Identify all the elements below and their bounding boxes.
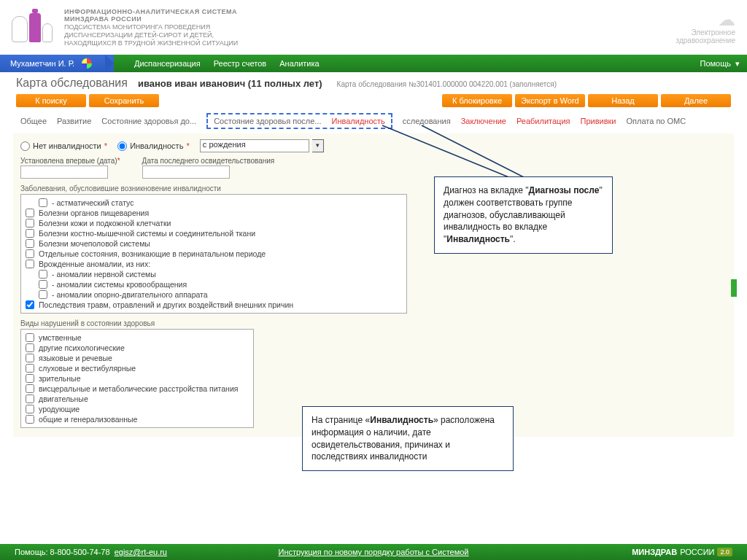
header-line4: ДИСПАНСЕРИЗАЦИИ ДЕТЕЙ-СИРОТ И ДЕТЕЙ, [64, 31, 214, 39]
co1-t3: ". [510, 234, 516, 244]
diseases-box: - астматический статусБолезни органов пи… [20, 194, 407, 314]
disease-checkbox[interactable] [39, 270, 47, 279]
violation-item[interactable]: языковые и речевые [26, 353, 249, 363]
export-button[interactable]: Экспорт в Word [515, 94, 585, 107]
violations-section-label: Виды нарушений в состоянии здоровья [20, 319, 727, 327]
header-line1: ИНФОРМАЦИОННО-АНАЛИТИЧЕСКАЯ СИСТЕМА [64, 8, 237, 15]
violation-item[interactable]: уродующие [26, 404, 249, 414]
disease-item[interactable]: Болезни мочеполовой системы [26, 238, 402, 249]
violation-item[interactable]: другие психологические [26, 343, 249, 353]
disease-item[interactable]: Врожденные аномалии, из них: [26, 259, 402, 269]
disease-item[interactable]: Последствия травм, отравлений и других в… [26, 300, 402, 310]
since-select[interactable]: с рождения [200, 139, 309, 152]
back-button[interactable]: Назад [588, 94, 658, 107]
nav-dispanserization[interactable]: Диспансеризация [134, 59, 201, 68]
disease-label: Болезни кожи и подкожной клетчатки [39, 219, 171, 228]
nav-registry[interactable]: Реестр счетов [214, 59, 267, 68]
tab-disability[interactable]: Инвалидность [332, 117, 385, 125]
disease-label: - аномалии опорно-двигательного аппарата [52, 290, 208, 299]
violation-label: другие психологические [39, 343, 125, 352]
violation-label: языковые и речевые [39, 354, 112, 362]
action-buttons: К поиску Сохранить К блокировке Экспорт … [0, 93, 747, 110]
user-name: Мухаметчин И. Р. [10, 59, 74, 68]
tab-research[interactable]: сследования [403, 117, 451, 125]
violation-label: слуховые и вестибулярные [39, 364, 136, 373]
diseases-section-label: Заболевания, обусловившие возникновение … [20, 184, 727, 192]
tab-health-after[interactable]: Состояние здоровья после... [214, 117, 321, 125]
footer-instruction[interactable]: Инструкция по новому порядку работы с Си… [278, 548, 468, 556]
violation-checkbox[interactable] [26, 394, 34, 403]
next-button[interactable]: Далее [661, 94, 731, 107]
violation-item[interactable]: общие и генерализованные [26, 414, 249, 424]
disease-item[interactable]: - астматический статус [26, 198, 402, 208]
disease-label: Отдельные состояния, возникающие в перин… [39, 249, 266, 258]
search-button[interactable]: К поиску [16, 94, 86, 107]
tab-rehab[interactable]: Реабилитация [516, 117, 570, 125]
disease-item[interactable]: Отдельные состояния, возникающие в перин… [26, 249, 402, 259]
dropdown-icon[interactable]: ▾ [312, 139, 324, 152]
save-button[interactable]: Сохранить [89, 94, 159, 107]
patient-name: иванов иван иванович (11 полных лет) [138, 78, 322, 89]
violation-checkbox[interactable] [26, 374, 34, 383]
disease-checkbox[interactable] [26, 249, 34, 258]
violation-checkbox[interactable] [26, 415, 34, 424]
highlighted-tabs: Состояние здоровья после... Инвалидность [206, 113, 392, 129]
user-icon [82, 58, 92, 69]
disease-item[interactable]: Болезни кожи и подкожной клетчатки [26, 218, 402, 228]
tab-health-before[interactable]: Состояние здоровья до... [101, 117, 196, 125]
radio-disability[interactable] [117, 141, 127, 151]
violation-item[interactable]: висцеральные и метаболические расстройст… [26, 384, 249, 394]
violation-item[interactable]: умственные [26, 332, 249, 343]
disease-checkbox[interactable] [26, 219, 34, 228]
page-title: Карта обследования [16, 77, 128, 90]
date-last-input[interactable] [142, 166, 230, 179]
violation-checkbox[interactable] [26, 364, 34, 373]
disease-checkbox[interactable] [26, 229, 34, 238]
tab-general[interactable]: Общее [20, 117, 47, 125]
disease-checkbox[interactable] [26, 209, 34, 217]
disease-label: - астматический статус [52, 198, 133, 207]
block-button[interactable]: К блокировке [442, 94, 512, 107]
disease-checkbox[interactable] [26, 239, 34, 248]
violation-checkbox[interactable] [26, 354, 34, 362]
disease-checkbox[interactable] [39, 290, 47, 299]
disease-label: Последствия травм, отравлений и других в… [39, 300, 293, 309]
user-chip[interactable]: Мухаметчин И. Р. [0, 55, 114, 72]
tab-oms[interactable]: Оплата по ОМС [626, 117, 686, 125]
header-text: ИНФОРМАЦИОННО-АНАЛИТИЧЕСКАЯ СИСТЕМА МИНЗ… [64, 8, 238, 47]
logo-person-icon [12, 16, 28, 42]
footer: Помощь: 8-800-500-74-78 egisz@rt-eu.ru И… [0, 544, 747, 560]
disease-checkbox[interactable] [26, 300, 34, 309]
violation-checkbox[interactable] [26, 384, 34, 393]
date-first-input[interactable] [20, 166, 108, 179]
disease-label: - аномалии системы кровообращения [52, 280, 187, 289]
nav-analytics[interactable]: Аналитика [279, 59, 319, 68]
violations-box: умственныедругие психологическиеязыковые… [20, 329, 254, 428]
callout-bottom: На странице «Инвалидность» расположена и… [302, 406, 514, 471]
disease-item[interactable]: Болезни костно-мышечной системы и соедин… [26, 228, 402, 238]
disease-item[interactable]: - аномалии системы кровообращения [26, 279, 402, 289]
radio-no-disability[interactable] [20, 141, 30, 151]
tab-development[interactable]: Развитие [57, 117, 91, 125]
disease-checkbox[interactable] [39, 198, 47, 207]
co2-t1: На странице « [311, 415, 370, 425]
violation-item[interactable]: слуховые и вестибулярные [26, 363, 249, 373]
nav-help[interactable]: Помощь ▾ [700, 59, 740, 69]
co1-b2: Инвалидность [446, 234, 510, 244]
violation-item[interactable]: зрительные [26, 373, 249, 384]
violation-checkbox[interactable] [26, 343, 34, 352]
violation-label: уродующие [39, 405, 80, 413]
disease-item[interactable]: Болезни органов пищеварения [26, 208, 402, 218]
tab-conclusion[interactable]: Заключение [461, 117, 506, 125]
co1-b1: Диагнозы после [529, 185, 600, 195]
disease-checkbox[interactable] [26, 260, 34, 268]
disease-item[interactable]: - аномалии нервной системы [26, 269, 402, 279]
disease-item[interactable]: - аномалии опорно-двигательного аппарата [26, 289, 402, 300]
label-no-disability: Нет инвалидности [33, 141, 101, 150]
header-line2: МИНЗДРАВА РОССИИ [64, 15, 142, 23]
tab-vaccines[interactable]: Прививки [581, 117, 616, 125]
disease-checkbox[interactable] [39, 280, 47, 289]
violation-checkbox[interactable] [26, 405, 34, 413]
violation-checkbox[interactable] [26, 333, 34, 342]
violation-item[interactable]: двигательные [26, 394, 249, 404]
